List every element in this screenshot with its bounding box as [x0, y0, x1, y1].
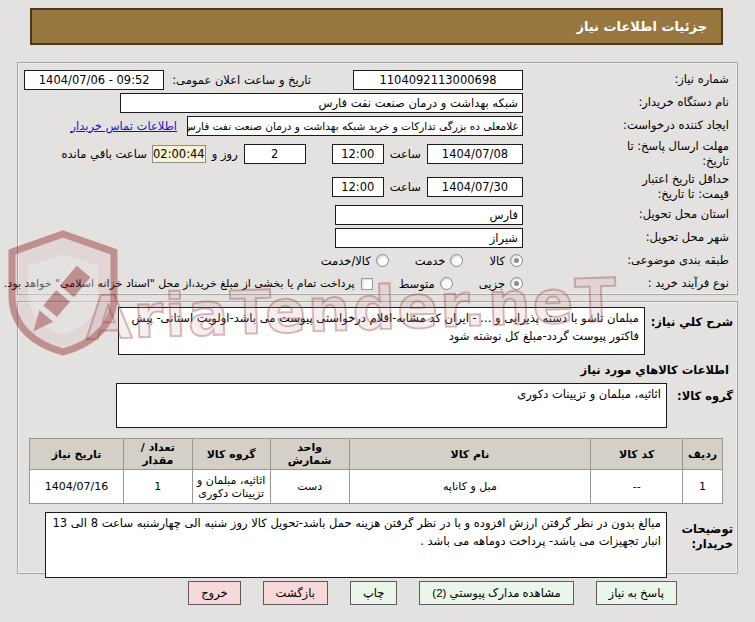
request-creator-label: ایجاد کننده درخواست: — [611, 118, 733, 132]
print-button[interactable]: چاپ — [350, 581, 397, 605]
price-validity-hour-label: ساعت — [390, 180, 421, 194]
items-table-cell: اثاثیه، مبلمان و تزیینات دکوری — [192, 470, 270, 504]
items-section-heading: اطلاعات كالاهاي مورد نياز — [26, 363, 729, 377]
price-validity-label: حداقل تاریخ اعتبار قیمت: تا تاریخ: — [611, 172, 733, 201]
goods-group-textarea[interactable]: اثاثیه، مبلمان و تزیینات دکوری — [116, 383, 667, 428]
respond-button[interactable]: پاسخ به نیاز — [596, 581, 677, 605]
need-details-page: { "header": { "title": "جزئیات اطلاعات ن… — [0, 0, 755, 622]
description-textarea[interactable]: مبلمان تاشو با دسته پذیرایی و ... - ایرا… — [118, 307, 645, 355]
goods-group-label: گروه كالا: — [667, 383, 733, 404]
buyer-contact-link[interactable]: اطلاعات تماس خریدار — [70, 119, 177, 133]
response-deadline-row: مهلت ارسال پاسخ: تا تاریخ: 1404/07/08 سا… — [22, 137, 733, 170]
city-label: شهر محل تحویل: — [611, 230, 733, 244]
process-type-label: نوع فرآیند خرید : — [611, 276, 733, 290]
items-table-col-header: ردیف — [683, 439, 723, 470]
remaining-time-label: ساعت باقي مانده — [62, 147, 147, 161]
category-radio-goods-service[interactable] — [376, 254, 389, 267]
back-button[interactable]: بازگشت — [263, 581, 328, 605]
items-table: ردیفکد کالانام کالاواحد شمارشگروه کالاتع… — [29, 438, 723, 504]
province-row: استان محل تحویل: فارس — [22, 203, 733, 226]
need-detail-groupbox: شرح كلي نياز: مبلمان تاشو با دسته پذیرای… — [17, 301, 738, 574]
request-creator-row: ایجاد کننده درخواست: غلامعلی ده بزرگی تد… — [22, 114, 733, 137]
items-table-col-header: تعداد / مقدار — [124, 439, 193, 470]
category-option-goods-service-label: کالا/خدمت — [321, 254, 371, 268]
treasury-payment-label: پرداخت تمام یا بخشی از مبلغ خرید،از محل … — [4, 277, 355, 290]
response-deadline-hour-label: ساعت — [390, 147, 421, 161]
items-table-col-header: تاریخ نیاز — [30, 439, 124, 470]
buyer-notes-textarea[interactable]: مبالغ بدون در نظر گرفتن ارزش افزوده و با… — [45, 512, 667, 578]
description-label: شرح كلي نياز: — [645, 307, 733, 330]
publish-datetime-field[interactable]: 1404/07/06 - 09:52 — [24, 70, 164, 90]
category-radio-goods[interactable] — [510, 254, 523, 267]
treasury-payment-checkbox[interactable] — [361, 278, 373, 290]
buyer-notes-row: توضیحات خریدار: مبالغ بدون در نظر گرفتن … — [22, 512, 733, 578]
items-table-cell: دست — [270, 470, 349, 504]
price-validity-time-field[interactable]: 12:00 — [332, 177, 384, 197]
buyer-org-field[interactable]: شبکه بهداشت و درمان صنعت نفت فارس — [120, 93, 523, 113]
need-number-row: شماره نیاز: 1104092113000698 تاریخ و ساع… — [22, 68, 733, 91]
publish-datetime-label: تاریخ و ساعت اعلان عمومی: — [172, 73, 311, 87]
process-type-radio-medium[interactable] — [440, 277, 453, 290]
items-table-body: 1--مبل و کاناپهدستاثاثیه، مبلمان و تزیین… — [30, 470, 723, 504]
response-deadline-time-field[interactable]: 12:00 — [332, 144, 384, 164]
process-type-option-minor-label: جزیی — [479, 277, 505, 291]
city-field[interactable]: شیراز — [335, 228, 523, 248]
city-row: شهر محل تحویل: شیراز — [22, 226, 733, 249]
items-table-col-header: کد کالا — [591, 439, 683, 470]
items-table-row: 1--مبل و کاناپهدستاثاثیه، مبلمان و تزیین… — [30, 470, 723, 504]
category-option-service-label: خدمت — [415, 254, 446, 268]
need-info-groupbox: شماره نیاز: 1104092113000698 تاریخ و ساع… — [17, 62, 738, 295]
need-number-label: شماره نیاز: — [611, 72, 733, 86]
items-table-cell: 1404/07/16 — [30, 470, 124, 504]
category-label: طبقه بندی موضوعی: — [611, 253, 733, 267]
buyer-org-label: نام دستگاه خریدار: — [611, 95, 733, 109]
remaining-time-field: 02:00:44 — [152, 145, 206, 163]
items-table-cell: مبل و کاناپه — [349, 470, 591, 504]
items-table-cell: 1 — [683, 470, 723, 504]
remaining-days-label: روز و — [212, 147, 238, 161]
items-table-col-header: نام کالا — [349, 439, 591, 470]
category-option-goods-label: کالا — [489, 254, 505, 268]
process-type-row: نوع فرآیند خرید : جزیی متوسط پرداخت تمام… — [22, 272, 733, 295]
exit-button[interactable]: خروج — [188, 581, 240, 605]
category-radio-service[interactable] — [450, 254, 463, 267]
page-title: جزئیات اطلاعات نیاز — [576, 19, 707, 34]
process-type-option-medium-label: متوسط — [399, 277, 435, 291]
items-table-cell: -- — [591, 470, 683, 504]
description-row: شرح كلي نياز: مبلمان تاشو با دسته پذیرای… — [22, 307, 733, 355]
need-number-field[interactable]: 1104092113000698 — [353, 70, 523, 90]
buyer-notes-label: توضیحات خریدار: — [667, 512, 733, 552]
titlebar: جزئیات اطلاعات نیاز — [30, 8, 723, 45]
items-table-cell: 1 — [124, 470, 193, 504]
view-attachments-button[interactable]: مشاهده مدارک پیوستي (2) — [419, 581, 573, 605]
price-validity-row: حداقل تاریخ اعتبار قیمت: تا تاریخ: 1404/… — [22, 170, 733, 203]
buyer-org-row: نام دستگاه خریدار: شبکه بهداشت و درمان ص… — [22, 91, 733, 114]
province-field[interactable]: فارس — [335, 205, 523, 225]
items-table-col-header: واحد شمارش — [270, 439, 349, 470]
response-deadline-label: مهلت ارسال پاسخ: تا تاریخ: — [611, 139, 733, 168]
process-type-radio-minor[interactable] — [510, 277, 523, 290]
action-button-bar: پاسخ به نیاز مشاهده مدارک پیوستي (2) چاپ… — [0, 581, 755, 605]
response-deadline-date-field[interactable]: 1404/07/08 — [427, 144, 523, 164]
price-validity-date-field[interactable]: 1404/07/30 — [427, 177, 523, 197]
category-row: طبقه بندی موضوعی: کالا خدمت کالا/خدمت — [22, 249, 733, 272]
goods-group-row: گروه كالا: اثاثیه، مبلمان و تزیینات دکور… — [22, 383, 733, 428]
request-creator-field[interactable]: غلامعلی ده بزرگی تدارکات و خرید شبکه بهد… — [187, 116, 523, 136]
remaining-days-field[interactable]: 2 — [244, 144, 306, 164]
items-table-header: ردیفکد کالانام کالاواحد شمارشگروه کالاتع… — [30, 439, 723, 470]
province-label: استان محل تحویل: — [611, 207, 733, 221]
items-table-col-header: گروه کالا — [192, 439, 270, 470]
